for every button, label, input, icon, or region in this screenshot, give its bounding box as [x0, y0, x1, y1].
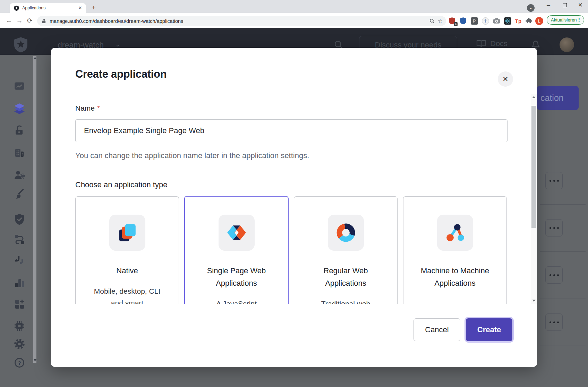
- row-actions-button[interactable]: [545, 219, 563, 237]
- window-close-button[interactable]: ✕: [575, 0, 586, 10]
- sidebar-item-authentication[interactable]: [13, 124, 26, 136]
- url-text[interactable]: manage.auth0.com/dashboard/eu/dream-watc…: [50, 18, 429, 24]
- card-machine-to-machine[interactable]: Machine to Machine Applications: [403, 196, 507, 304]
- card-single-page-web[interactable]: Single Page Web Applications A JavaScrip…: [185, 196, 288, 304]
- create-button[interactable]: Create: [466, 318, 512, 341]
- name-helper-text: You can change the application name late…: [75, 151, 309, 160]
- actions-flow-icon: [14, 233, 25, 244]
- row-actions-button[interactable]: [545, 172, 563, 189]
- auth0-logo-icon: [13, 37, 28, 53]
- docs-label: Docs: [490, 39, 508, 48]
- tampermonkey-tp-extension-icon[interactable]: Tp: [514, 16, 523, 25]
- branding-brush-icon: [14, 188, 25, 200]
- auth0-favicon-icon: [14, 6, 19, 11]
- book-icon: [476, 40, 486, 48]
- reload-button[interactable]: ⟳: [25, 16, 35, 26]
- ublock-extension-icon[interactable]: 4: [448, 16, 457, 25]
- maximize-icon: [563, 3, 567, 7]
- window-minimize-button[interactable]: –: [543, 0, 554, 10]
- sidebar-item-marketplace[interactable]: [13, 298, 26, 310]
- scrollbar-thumb[interactable]: [531, 106, 536, 228]
- application-type-cards: Native Mobile, desktop, CLI and smart: [75, 196, 508, 304]
- create-application-modal: Create application ✕ Name* You can chang…: [51, 48, 537, 367]
- profile-avatar[interactable]: L: [535, 16, 544, 25]
- zoom-page-icon[interactable]: [429, 18, 435, 24]
- scroll-down-icon[interactable]: [34, 359, 36, 361]
- choose-type-label: Choose an application type: [75, 180, 167, 189]
- card-description: Mobile, desktop, CLI and smart: [89, 285, 165, 304]
- card-native[interactable]: Native Mobile, desktop, CLI and smart: [75, 196, 179, 304]
- update-button[interactable]: Aktualisieren ⋮: [547, 15, 584, 25]
- card-title: Machine to Machine Applications: [419, 265, 492, 290]
- cancel-button[interactable]: Cancel: [414, 318, 460, 341]
- sidebar-item-applications[interactable]: [13, 102, 26, 115]
- address-bar[interactable]: manage.auth0.com/dashboard/eu/dream-watc…: [37, 16, 446, 26]
- organizations-building-icon: [14, 147, 25, 158]
- crosshair-extension-icon[interactable]: ✛: [481, 16, 490, 25]
- modal-scroll-area: Name* You can change the application nam…: [51, 94, 531, 304]
- sidebar-item-branding[interactable]: [13, 188, 26, 200]
- modal-close-button[interactable]: ✕: [498, 71, 513, 87]
- application-name-input[interactable]: [75, 119, 508, 142]
- m2m-icon-tile: [437, 215, 473, 251]
- card-description: A JavaScript: [198, 298, 275, 304]
- svg-text:?: ?: [18, 360, 21, 366]
- sidebar-scrollbar[interactable]: [33, 56, 36, 363]
- modal-scrollbar[interactable]: [531, 94, 537, 304]
- sidebar-item-settings[interactable]: [13, 338, 26, 350]
- react-devtools-extension-icon[interactable]: [503, 16, 512, 25]
- activity-icon: [14, 80, 25, 92]
- required-asterisk: *: [97, 104, 100, 112]
- sidebar-item-actions[interactable]: [13, 233, 26, 245]
- lock-icon: [42, 18, 46, 24]
- row-actions-button[interactable]: [545, 266, 563, 284]
- help-icon: ?: [14, 357, 25, 368]
- sidebar-item-monitoring[interactable]: [13, 276, 26, 289]
- create-application-button-background[interactable]: cation: [537, 86, 579, 110]
- scroll-up-icon[interactable]: [34, 57, 36, 59]
- settings-gear-icon: [14, 338, 25, 350]
- card-title: Regular Web Applications: [309, 265, 382, 290]
- marketplace-icon: [14, 299, 25, 310]
- camera-extension-icon[interactable]: [492, 16, 501, 25]
- spa-icon-tile: [219, 215, 255, 251]
- bitwarden-extension-icon[interactable]: [459, 16, 468, 25]
- tab-close-icon[interactable]: ✕: [77, 5, 83, 11]
- user-avatar[interactable]: [560, 37, 574, 52]
- docs-link[interactable]: Docs: [476, 39, 508, 48]
- forward-button[interactable]: →: [15, 16, 24, 26]
- p-extension-icon[interactable]: P: [470, 16, 479, 25]
- window-maximize-button[interactable]: [560, 0, 570, 10]
- scrollbar-down-icon[interactable]: [532, 300, 536, 302]
- table-row-divider: [540, 251, 586, 252]
- monitoring-bars-icon: [14, 277, 25, 288]
- tab-title: Applications: [22, 6, 77, 10]
- sidebar-item-auth-pipeline[interactable]: [13, 255, 26, 267]
- table-row-divider: [540, 299, 586, 299]
- ublock-badge: 4: [454, 22, 458, 26]
- browser-tab[interactable]: Applications ✕: [10, 3, 86, 13]
- sidebar-item-organizations[interactable]: [13, 146, 26, 159]
- sidebar-item-security[interactable]: [13, 213, 26, 226]
- sidebar-item-activity[interactable]: [13, 80, 26, 92]
- name-label: Name*: [75, 104, 100, 112]
- chrome-menu-chevron-icon[interactable]: ⌄: [527, 4, 535, 12]
- new-tab-button[interactable]: +: [90, 4, 98, 12]
- bookmark-star-icon[interactable]: ☆: [438, 18, 443, 24]
- sidebar-item-extensions[interactable]: [13, 320, 26, 332]
- scrollbar-up-icon[interactable]: [532, 96, 536, 98]
- sidebar-item-help[interactable]: ?: [13, 356, 26, 369]
- extensions-puzzle-icon[interactable]: [524, 16, 533, 25]
- row-actions-button[interactable]: [545, 313, 563, 331]
- security-shield-icon: [14, 214, 25, 225]
- auth-pipeline-icon: [14, 255, 25, 266]
- sidebar-item-user-management[interactable]: [13, 169, 26, 181]
- authentication-lock-open-icon: [14, 124, 25, 136]
- user-management-icon: [14, 169, 25, 180]
- card-title: Native: [91, 265, 164, 277]
- extensions-chip-icon: [14, 320, 25, 332]
- back-button[interactable]: ←: [4, 16, 14, 26]
- card-title: Single Page Web Applications: [200, 265, 273, 290]
- card-regular-web[interactable]: Regular Web Applications Traditional web: [294, 196, 398, 304]
- single-page-app-icon: [227, 223, 247, 243]
